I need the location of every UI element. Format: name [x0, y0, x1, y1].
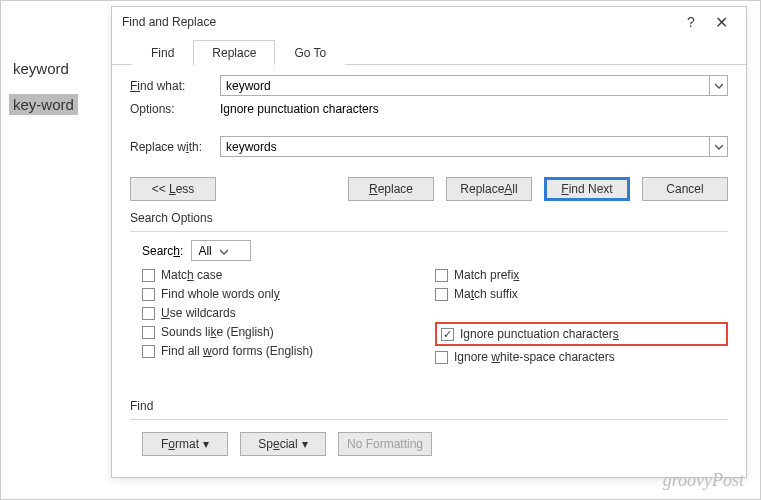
word-forms-checkbox[interactable]: Find all word forms (English)	[142, 343, 435, 359]
titlebar: Find and Replace ? ✕	[112, 7, 746, 37]
find-what-dropdown-arrow[interactable]	[709, 76, 727, 95]
replace-with-combo[interactable]	[220, 136, 728, 157]
document-word-2-selected: key-word	[9, 94, 78, 115]
special-button[interactable]: Special▾	[240, 432, 326, 456]
search-options-label: Search Options	[130, 211, 728, 225]
replace-with-input[interactable]	[221, 140, 709, 154]
search-direction-select[interactable]: All	[191, 240, 251, 261]
replace-all-button[interactable]: Replace All	[446, 177, 532, 201]
chevron-down-icon	[220, 244, 228, 258]
cancel-button[interactable]: Cancel	[642, 177, 728, 201]
caret-down-icon: ▾	[203, 437, 209, 451]
ignore-punctuation-checkbox[interactable]: Ignore punctuation characters	[441, 326, 619, 342]
tab-goto[interactable]: Go To	[275, 40, 345, 65]
dialog-tabs: Find Replace Go To	[112, 37, 746, 65]
options-value: Ignore punctuation characters	[220, 102, 728, 116]
watermark: groovyPost	[663, 470, 744, 491]
tab-find[interactable]: Find	[132, 40, 193, 65]
match-prefix-checkbox[interactable]: Match prefix	[435, 267, 728, 283]
close-button[interactable]: ✕	[706, 13, 736, 32]
format-button[interactable]: Format▾	[142, 432, 228, 456]
caret-down-icon: ▾	[302, 437, 308, 451]
replace-button[interactable]: Replace	[348, 177, 434, 201]
replace-with-dropdown-arrow[interactable]	[709, 137, 727, 156]
find-next-button[interactable]: Find Next	[544, 177, 630, 201]
search-direction-value: All	[198, 244, 211, 258]
replace-with-label: Replace with:	[130, 140, 220, 154]
match-suffix-checkbox[interactable]: Match suffix	[435, 286, 728, 302]
search-direction-label: Search:	[142, 244, 183, 258]
document-word-1: keyword	[9, 58, 73, 79]
no-formatting-button: No Formatting	[338, 432, 432, 456]
find-what-input[interactable]	[221, 79, 709, 93]
ignore-punctuation-highlight: Ignore punctuation characters	[435, 322, 728, 346]
find-section-label: Find	[130, 399, 728, 413]
find-what-label: Find what:	[130, 79, 220, 93]
less-button[interactable]: << Less	[130, 177, 216, 201]
whole-words-checkbox[interactable]: Find whole words only	[142, 286, 435, 302]
sounds-like-checkbox[interactable]: Sounds like (English)	[142, 324, 435, 340]
find-what-combo[interactable]	[220, 75, 728, 96]
use-wildcards-checkbox[interactable]: Use wildcards	[142, 305, 435, 321]
ignore-whitespace-checkbox[interactable]: Ignore white-space characters	[435, 349, 728, 365]
help-button[interactable]: ?	[676, 14, 706, 30]
match-case-checkbox[interactable]: Match case	[142, 267, 435, 283]
tab-replace[interactable]: Replace	[193, 40, 275, 65]
dialog-title: Find and Replace	[122, 15, 676, 29]
options-label: Options:	[130, 102, 220, 116]
find-replace-dialog: Find and Replace ? ✕ Find Replace Go To …	[111, 6, 747, 478]
